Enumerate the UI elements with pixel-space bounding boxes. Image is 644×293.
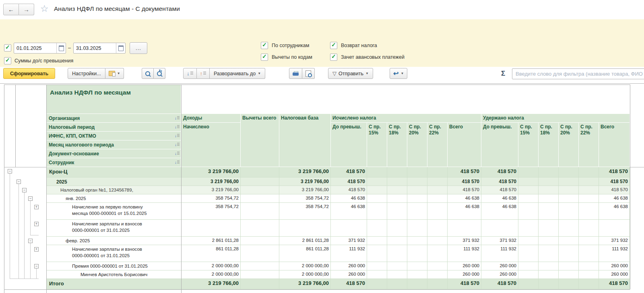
find-next-button[interactable]: ↻ — [154, 68, 165, 79]
cell[interactable] — [559, 270, 579, 279]
tree-toggle[interactable]: − — [22, 188, 27, 192]
cell[interactable]: 260 000 — [331, 270, 367, 279]
cell[interactable] — [427, 194, 448, 203]
cell[interactable] — [427, 186, 448, 194]
tree-toggle[interactable]: − — [28, 196, 33, 201]
cell[interactable]: 3 219 766,00 — [279, 167, 331, 177]
cell[interactable]: 418 570 — [481, 279, 518, 289]
cell[interactable]: 418 570 — [331, 167, 367, 177]
cell[interactable] — [579, 167, 599, 177]
table-row[interactable]: Минчев Аристотель Борисович2 000 000,002… — [0, 270, 630, 279]
cell[interactable] — [241, 203, 279, 220]
option-0[interactable]: ✓По сотрудникам — [261, 41, 312, 50]
cell[interactable] — [539, 279, 559, 289]
cell[interactable]: 418 570 — [599, 167, 630, 177]
checkbox-label[interactable]: По сотрудникам — [272, 43, 309, 48]
refresh-button[interactable]: ↩ ▼ — [390, 68, 407, 79]
cell[interactable]: 371 932 — [599, 237, 630, 245]
cell[interactable] — [407, 220, 427, 237]
col-header-withheld-group[interactable]: Удержано налога — [481, 114, 630, 123]
cell[interactable] — [367, 167, 387, 177]
expand-to-button[interactable]: Разворачивать до▼ — [210, 68, 265, 79]
row-label[interactable]: февр. 2025 — [47, 237, 181, 245]
cell[interactable]: 111 932 — [331, 245, 367, 262]
cell[interactable] — [387, 279, 407, 289]
cell[interactable]: 418 570 — [599, 186, 630, 194]
checkbox-label[interactable]: Зачет авансовых платежей — [341, 54, 405, 60]
cell[interactable]: 46 638 — [448, 203, 481, 220]
cell[interactable] — [579, 262, 599, 270]
cell[interactable] — [579, 194, 599, 203]
row-label[interactable]: Начисление зарплаты и взносов 0000-00000… — [47, 245, 181, 262]
period-from-field[interactable] — [14, 43, 66, 54]
checkbox-label[interactable]: Вычеты по кодам — [272, 54, 312, 60]
sort-icon[interactable]: ↓ — [175, 143, 180, 147]
row-label[interactable]: Премия 0000-000001 от 31.01.2025 — [47, 262, 181, 270]
cell[interactable] — [518, 186, 539, 194]
option-1[interactable]: ✓Зачет авансовых платежей — [330, 53, 405, 62]
cell[interactable]: 418 570 — [331, 177, 367, 186]
col-header-calculated-5[interactable]: Всего — [448, 123, 481, 167]
cell[interactable] — [367, 237, 387, 245]
cell[interactable] — [387, 203, 407, 220]
cell[interactable]: 3 219 766,00 — [182, 279, 241, 289]
cell[interactable] — [407, 203, 427, 220]
cell[interactable] — [367, 245, 387, 262]
col-header-calculated-4[interactable]: С пр. 22% — [427, 123, 448, 167]
cell[interactable] — [367, 262, 387, 270]
sums-checkbox[interactable]: ✓ — [4, 57, 11, 66]
cell[interactable]: 260 000 — [481, 262, 518, 270]
cell[interactable] — [367, 194, 387, 203]
cell[interactable] — [331, 220, 367, 237]
tree-toggle[interactable]: + — [34, 247, 39, 252]
cell[interactable] — [427, 203, 448, 220]
cell[interactable] — [241, 167, 279, 177]
col-header-withheld-4[interactable]: С пр. 22% — [579, 123, 599, 167]
checkbox-icon[interactable]: ✓ — [261, 42, 268, 49]
cell[interactable] — [518, 245, 539, 262]
cell[interactable] — [579, 245, 599, 262]
col-header-calculated-0[interactable]: До превыш. — [331, 123, 367, 167]
sort-icon[interactable]: ↓ — [175, 152, 180, 156]
cell[interactable]: 418 570 — [448, 186, 481, 194]
cell[interactable] — [518, 203, 539, 220]
cell[interactable] — [427, 237, 448, 245]
cell[interactable] — [579, 237, 599, 245]
table-row[interactable]: −20253 219 766,003 219 766,00418 570418 … — [0, 177, 630, 186]
row-header-0[interactable]: Организация↓ — [47, 114, 181, 123]
cell[interactable] — [539, 194, 559, 203]
cell[interactable] — [387, 270, 407, 279]
cell[interactable] — [427, 262, 448, 270]
col-header-withheld-0[interactable]: До превыш. — [481, 123, 518, 167]
cell[interactable] — [387, 186, 407, 194]
cell[interactable] — [387, 177, 407, 186]
cell[interactable] — [539, 262, 559, 270]
tree-toggle[interactable]: − — [28, 239, 33, 243]
sums-checkbox-label[interactable]: Суммы до/с превышения — [14, 58, 73, 64]
row-label[interactable]: Налоговый орган №1, 123456789, — [47, 186, 181, 194]
cell[interactable]: 418 570 — [481, 167, 518, 177]
row-label[interactable]: Крон-Ц — [47, 167, 181, 177]
cell[interactable] — [559, 279, 579, 289]
cell[interactable]: 111 932 — [448, 245, 481, 262]
row-header-5[interactable]: Сотрудник↓ — [47, 158, 181, 167]
cell[interactable] — [407, 237, 427, 245]
cell[interactable] — [539, 186, 559, 194]
checkbox-icon[interactable]: ✓ — [330, 42, 337, 49]
cell[interactable]: 2 000 000,00 — [279, 262, 331, 270]
cell[interactable] — [407, 186, 427, 194]
cell[interactable] — [518, 167, 539, 177]
cell[interactable] — [579, 270, 599, 279]
cell[interactable] — [367, 220, 387, 237]
print-button[interactable] — [289, 68, 302, 79]
sort-icon[interactable]: ↓ — [175, 125, 180, 129]
report-variants-button[interactable]: ▼ — [105, 68, 124, 79]
cell[interactable] — [559, 262, 579, 270]
cell[interactable] — [279, 220, 331, 237]
cell[interactable]: 418 570 — [448, 177, 481, 186]
cell[interactable] — [241, 186, 279, 194]
cell[interactable] — [407, 262, 427, 270]
row-label[interactable]: 2025 — [47, 177, 181, 186]
cell[interactable]: 371 932 — [448, 237, 481, 245]
cell[interactable]: 418 570 — [331, 279, 367, 289]
